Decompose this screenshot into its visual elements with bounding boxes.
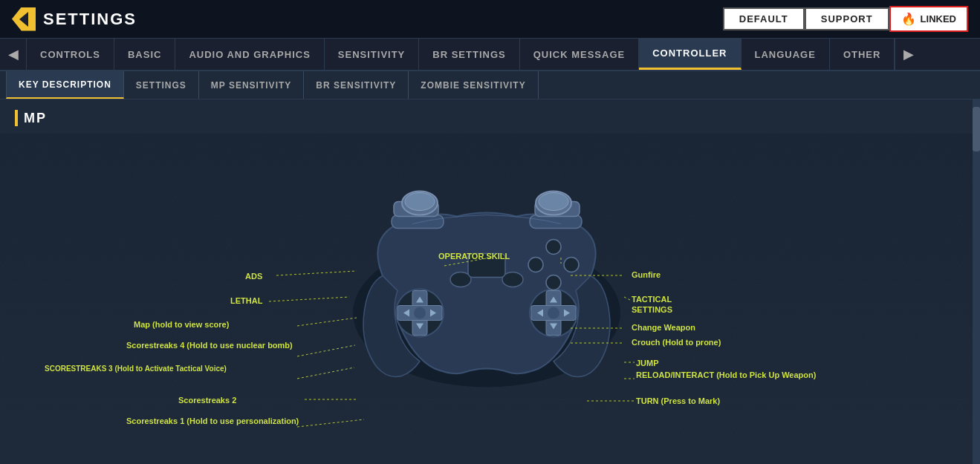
tab-basic[interactable]: BASIC: [114, 39, 175, 70]
back-icon[interactable]: [12, 7, 36, 31]
tab-controller[interactable]: CONTROLLER: [639, 39, 741, 70]
scrollbar[interactable]: [973, 99, 980, 464]
header-right: DEFAULT SUPPORT 🔥 LINKED: [723, 6, 968, 32]
header-left: SETTINGS: [12, 7, 137, 31]
svg-point-29: [528, 258, 543, 272]
fire-icon: 🔥: [901, 12, 916, 26]
label-change-weapon: Change Weapon: [632, 322, 695, 333]
nav-next-arrow[interactable]: ▶: [895, 39, 921, 70]
tab-other[interactable]: OTHER: [830, 39, 895, 70]
section-bar: [15, 110, 18, 126]
tab-quick-message[interactable]: QUICK MESSAGE: [520, 39, 640, 70]
nav-prev-arrow[interactable]: ◀: [0, 39, 27, 70]
subtab-settings[interactable]: SETTINGS: [124, 71, 199, 99]
label-reload: RELOAD/INTERACT (Hold to Pick Up Weapon): [636, 370, 785, 380]
label-scorestreaks1: Scorestreaks 1 (Hold to use personalizat…: [126, 416, 290, 426]
label-ads: ADS: [245, 271, 262, 281]
svg-point-27: [564, 258, 579, 272]
support-button[interactable]: SUPPORT: [805, 7, 889, 30]
label-scorestreaks3: SCORESTREAKS 3 (Hold to Activate Tactica…: [45, 364, 227, 373]
subtab-mp-sensitivity[interactable]: MP SENSITIVITY: [199, 71, 304, 99]
header: SETTINGS DEFAULT SUPPORT 🔥 LINKED: [0, 0, 980, 39]
tab-br-settings[interactable]: BR SETTINGS: [419, 39, 519, 70]
header-title: SETTINGS: [43, 10, 137, 29]
tab-audio-graphics[interactable]: AUDIO AND GRAPHICS: [175, 39, 324, 70]
main-content: MP: [0, 99, 980, 464]
label-scorestreaks4: Scorestreaks 4 (Hold to use nuclear bomb…: [126, 340, 290, 350]
svg-point-9: [539, 193, 568, 211]
section-title: MP: [24, 111, 47, 126]
controller-svg: [323, 165, 650, 405]
svg-point-21: [548, 307, 559, 319]
label-tactical: TACTICAL: [632, 294, 672, 304]
svg-point-13: [414, 307, 426, 319]
label-turn: TURN (Press to Mark): [636, 396, 720, 406]
label-map: Map (hold to view score): [134, 319, 229, 330]
tab-language[interactable]: LANGUAGE: [742, 39, 830, 70]
subtab-key-description[interactable]: KEY DESCRIPTION: [6, 71, 124, 99]
label-crouch: Crouch (Hold to prone): [632, 337, 721, 347]
linked-button[interactable]: 🔥 LINKED: [889, 6, 968, 32]
label-gunfire: Gunfire: [632, 269, 661, 280]
label-jump: JUMP: [636, 358, 659, 368]
label-scorestreaks2: Scorestreaks 2: [178, 395, 236, 405]
content-area: MP: [0, 99, 973, 464]
section-heading: MP: [0, 99, 973, 134]
subtab-br-sensitivity[interactable]: BR SENSITIVITY: [304, 71, 409, 99]
label-operator-skill: OPERATOR SKILL: [438, 251, 510, 261]
top-nav: ◀ CONTROLS BASIC AUDIO AND GRAPHICS SENS…: [0, 39, 980, 71]
sub-nav: KEY DESCRIPTION SETTINGS MP SENSITIVITY …: [0, 71, 980, 99]
default-button[interactable]: DEFAULT: [723, 7, 805, 30]
svg-point-26: [546, 240, 561, 255]
scrollbar-thumb[interactable]: [973, 107, 980, 151]
svg-marker-0: [19, 12, 28, 27]
label-settings-right: SETTINGS: [632, 304, 672, 315]
controller-diagram: ADS: [0, 134, 973, 445]
tab-sensitivity[interactable]: SENSITIVITY: [325, 39, 419, 70]
tab-controls[interactable]: CONTROLS: [27, 39, 114, 70]
subtab-zombie-sensitivity[interactable]: ZOMBIE SENSITIVITY: [409, 71, 538, 99]
svg-point-28: [546, 275, 561, 290]
label-lethal: LETHAL: [230, 295, 262, 306]
svg-point-7: [405, 193, 435, 211]
